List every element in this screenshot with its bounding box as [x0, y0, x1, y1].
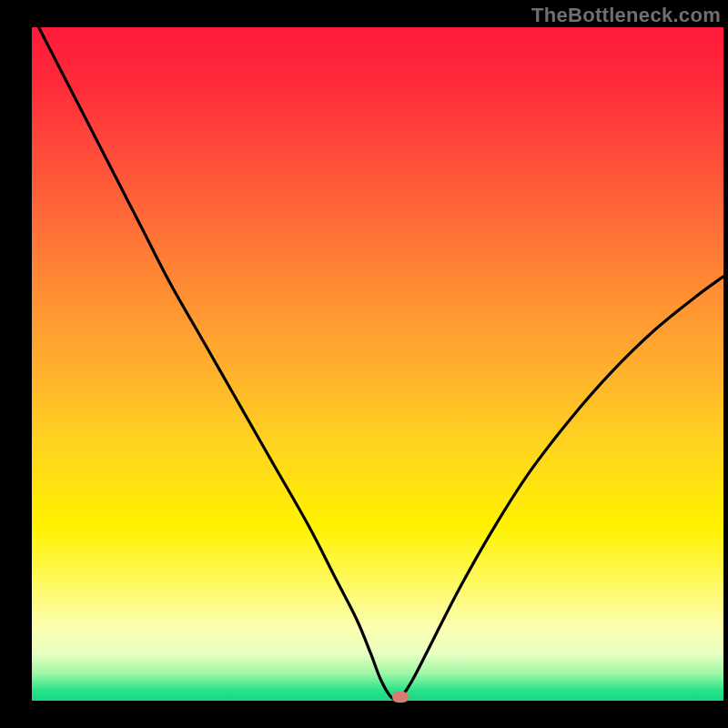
watermark-text: TheBottleneck.com	[531, 4, 721, 27]
optimal-marker	[392, 692, 409, 703]
plot-area	[32, 27, 723, 701]
chart-frame: TheBottleneck.com	[0, 0, 728, 728]
bottleneck-curve	[32, 27, 723, 701]
